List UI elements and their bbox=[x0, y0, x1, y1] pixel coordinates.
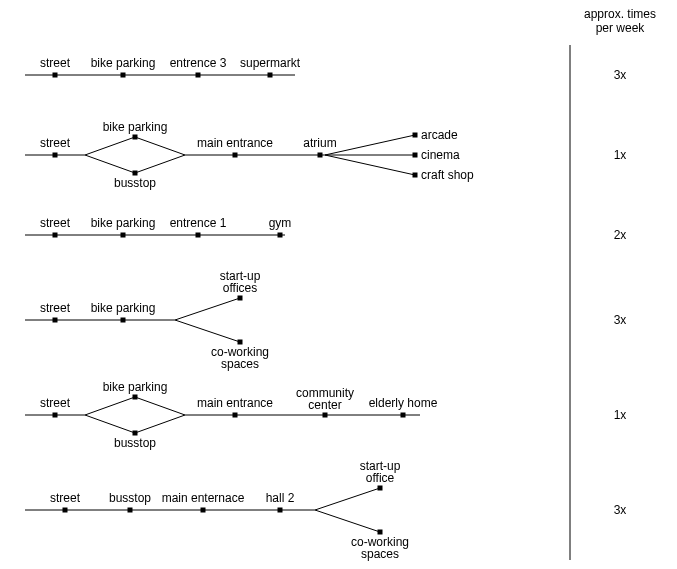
path-line bbox=[175, 320, 240, 342]
node-marker bbox=[53, 233, 58, 238]
node-label: center bbox=[308, 398, 341, 412]
node-label: street bbox=[40, 136, 71, 150]
path-line bbox=[135, 137, 185, 155]
header-line2: per week bbox=[596, 21, 646, 35]
node-marker bbox=[196, 233, 201, 238]
node-marker bbox=[133, 395, 138, 400]
node-marker bbox=[238, 340, 243, 345]
node-label: main enternace bbox=[162, 491, 245, 505]
path-line bbox=[325, 135, 415, 155]
node-label: street bbox=[40, 216, 71, 230]
node-label: elderly home bbox=[369, 396, 438, 410]
path-line bbox=[85, 397, 135, 415]
node-marker bbox=[133, 171, 138, 176]
node-label: street bbox=[50, 491, 81, 505]
node-marker bbox=[53, 153, 58, 158]
node-label: entrence 3 bbox=[170, 56, 227, 70]
node-marker bbox=[63, 508, 68, 513]
path-line bbox=[85, 415, 135, 433]
node-marker bbox=[413, 133, 418, 138]
node-label: offices bbox=[223, 281, 257, 295]
path-line bbox=[135, 155, 185, 173]
node-label: bike parking bbox=[91, 56, 156, 70]
header-line1: approx. times bbox=[584, 7, 656, 21]
node-marker bbox=[413, 153, 418, 158]
frequency-value: 3x bbox=[614, 68, 627, 82]
node-label: main entrance bbox=[197, 396, 273, 410]
node-marker bbox=[201, 508, 206, 513]
node-marker bbox=[53, 318, 58, 323]
path-line bbox=[175, 298, 240, 320]
node-label: main entrance bbox=[197, 136, 273, 150]
node-label: spaces bbox=[221, 357, 259, 371]
node-label: bike parking bbox=[103, 120, 168, 134]
path-line bbox=[85, 155, 135, 173]
frequency-value: 2x bbox=[614, 228, 627, 242]
frequency-value: 3x bbox=[614, 503, 627, 517]
node-marker bbox=[233, 153, 238, 158]
path-line bbox=[135, 415, 185, 433]
node-marker bbox=[133, 431, 138, 436]
node-label: street bbox=[40, 56, 71, 70]
frequency-value: 1x bbox=[614, 148, 627, 162]
node-label: bike parking bbox=[91, 301, 156, 315]
node-label: busstop bbox=[114, 176, 156, 190]
node-marker bbox=[278, 233, 283, 238]
path-line bbox=[325, 155, 415, 175]
route-diagram: approx. timesper week3xstreetbike parkin… bbox=[0, 0, 677, 569]
node-marker bbox=[133, 135, 138, 140]
node-label: busstop bbox=[114, 436, 156, 450]
node-marker bbox=[121, 318, 126, 323]
node-label: street bbox=[40, 396, 71, 410]
frequency-value: 1x bbox=[614, 408, 627, 422]
path-line bbox=[135, 397, 185, 415]
path-line bbox=[315, 510, 380, 532]
node-marker bbox=[323, 413, 328, 418]
path-line bbox=[85, 137, 135, 155]
node-label: office bbox=[366, 471, 395, 485]
node-marker bbox=[318, 153, 323, 158]
node-marker bbox=[53, 73, 58, 78]
node-label: spaces bbox=[361, 547, 399, 561]
path-line bbox=[315, 488, 380, 510]
node-marker bbox=[401, 413, 406, 418]
node-marker bbox=[378, 530, 383, 535]
frequency-value: 3x bbox=[614, 313, 627, 327]
node-marker bbox=[268, 73, 273, 78]
node-label: bike parking bbox=[103, 380, 168, 394]
node-label: entrence 1 bbox=[170, 216, 227, 230]
node-marker bbox=[196, 73, 201, 78]
node-marker bbox=[121, 73, 126, 78]
node-label: gym bbox=[269, 216, 292, 230]
node-marker bbox=[413, 173, 418, 178]
node-marker bbox=[378, 486, 383, 491]
node-label: bike parking bbox=[91, 216, 156, 230]
node-marker bbox=[53, 413, 58, 418]
node-marker bbox=[238, 296, 243, 301]
node-label: busstop bbox=[109, 491, 151, 505]
node-label: cinema bbox=[421, 148, 460, 162]
node-label: arcade bbox=[421, 128, 458, 142]
node-label: craft shop bbox=[421, 168, 474, 182]
node-marker bbox=[128, 508, 133, 513]
node-label: street bbox=[40, 301, 71, 315]
node-marker bbox=[121, 233, 126, 238]
node-label: supermarkt bbox=[240, 56, 301, 70]
node-marker bbox=[278, 508, 283, 513]
node-label: atrium bbox=[303, 136, 336, 150]
node-marker bbox=[233, 413, 238, 418]
node-label: hall 2 bbox=[266, 491, 295, 505]
